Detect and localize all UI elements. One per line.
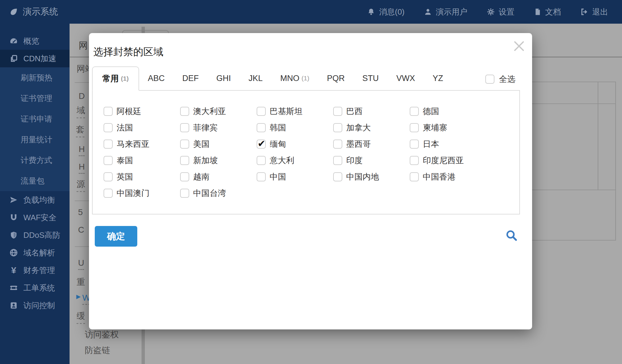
checkbox-unchecked[interactable]: [104, 189, 113, 198]
select-all-checkbox[interactable]: 全选: [485, 74, 515, 85]
bg-menu-item-缓[interactable]: 缓: [77, 310, 85, 324]
region-checkbox-意大利[interactable]: 意大利: [257, 155, 333, 166]
bg-menu-item-U[interactable]: U: [78, 258, 84, 270]
checkbox-unchecked[interactable]: [333, 140, 342, 149]
bg-menu-item-防盗链[interactable]: 防盗链: [85, 345, 110, 356]
bg-menu-item-H[interactable]: H: [79, 162, 85, 174]
checkbox-unchecked[interactable]: [410, 156, 419, 165]
region-checkbox-日本[interactable]: 日本: [410, 139, 486, 150]
sidebar-subitem-流量包[interactable]: 流量包: [0, 170, 70, 191]
bg-menu-item-H[interactable]: H: [79, 144, 85, 156]
sidebar-item-负载均衡[interactable]: 负载均衡: [0, 191, 70, 209]
nav-item-document[interactable]: 文档: [534, 7, 561, 17]
checkbox-unchecked[interactable]: [180, 140, 189, 149]
checkbox-unchecked[interactable]: [333, 123, 342, 132]
checkbox-unchecked[interactable]: [180, 172, 189, 181]
sidebar-subitem-计费方式[interactable]: 计费方式: [0, 150, 70, 170]
sidebar-subitem-用量统计[interactable]: 用量统计: [0, 129, 70, 150]
bg-menu-item-域[interactable]: 域: [77, 105, 85, 118]
bg-menu-item-5[interactable]: 5: [78, 207, 83, 217]
tab-PQR[interactable]: PQR: [318, 66, 354, 90]
region-checkbox-韩国[interactable]: 韩国: [257, 122, 333, 133]
checkbox-checked[interactable]: ✔: [257, 140, 266, 149]
tab-MNO[interactable]: MNO(1): [272, 66, 318, 90]
region-checkbox-中国内地[interactable]: 中国内地: [333, 171, 410, 182]
region-checkbox-泰国[interactable]: 泰国: [104, 155, 180, 166]
tab-STU[interactable]: STU: [354, 66, 388, 90]
checkbox-unchecked[interactable]: [180, 156, 189, 165]
region-checkbox-美国[interactable]: 美国: [180, 139, 257, 150]
checkbox-unchecked[interactable]: [104, 156, 113, 165]
tab-DEF[interactable]: DEF: [173, 66, 207, 90]
tab-VWX[interactable]: VWX: [388, 66, 424, 90]
region-checkbox-菲律宾[interactable]: 菲律宾: [180, 122, 257, 133]
checkbox-unchecked[interactable]: [410, 107, 419, 116]
checkbox-unchecked[interactable]: [104, 140, 113, 149]
region-checkbox-印度尼西亚[interactable]: 印度尼西亚: [410, 155, 486, 166]
sidebar-item-DDoS高防[interactable]: DDoS高防: [0, 226, 70, 244]
sidebar-subitem-证书申请[interactable]: 证书申请: [0, 109, 70, 129]
sidebar-item-工单系统[interactable]: 工单系统: [0, 279, 70, 297]
sidebar-item-WAF安全[interactable]: WAF安全: [0, 209, 70, 226]
sidebar-item-CDN加速[interactable]: CDN加速: [0, 50, 70, 67]
tab-JKL[interactable]: JKL: [240, 66, 272, 90]
sidebar-item-访问控制[interactable]: 访问控制: [0, 297, 70, 314]
search-button[interactable]: [505, 229, 519, 243]
sidebar-subitem-刷新预热[interactable]: 刷新预热: [0, 67, 70, 88]
checkbox-unchecked[interactable]: [104, 107, 113, 116]
nav-item-gear[interactable]: 设置: [487, 7, 514, 17]
region-checkbox-澳大利亚[interactable]: 澳大利亚: [180, 106, 257, 117]
checkbox-unchecked[interactable]: [257, 156, 266, 165]
checkbox-unchecked[interactable]: [333, 156, 342, 165]
sidebar-item-概览[interactable]: 概览: [0, 32, 70, 50]
nav-item-bell[interactable]: 消息(0): [367, 7, 405, 17]
sidebar-item-域名解析[interactable]: 域名解析: [0, 244, 70, 261]
checkbox-unchecked[interactable]: [104, 172, 113, 181]
region-checkbox-中国澳门[interactable]: 中国澳门: [104, 188, 180, 199]
bg-menu-item-C[interactable]: C: [78, 225, 84, 235]
region-checkbox-加拿大[interactable]: 加拿大: [333, 122, 410, 133]
region-checkbox-印度[interactable]: 印度: [333, 155, 410, 166]
checkbox-unchecked[interactable]: [410, 172, 419, 181]
checkbox-unchecked[interactable]: [257, 107, 266, 116]
region-checkbox-中国[interactable]: 中国: [257, 171, 333, 182]
region-checkbox-越南[interactable]: 越南: [180, 171, 257, 182]
checkbox-unchecked[interactable]: [180, 107, 189, 116]
checkbox-unchecked[interactable]: [180, 189, 189, 198]
bg-menu-item-D[interactable]: D: [79, 91, 85, 101]
region-checkbox-阿根廷[interactable]: 阿根廷: [104, 106, 180, 117]
nav-item-user[interactable]: 演示用户: [424, 7, 467, 17]
tab-GHI[interactable]: GHI: [207, 66, 240, 90]
region-checkbox-柬埔寨[interactable]: 柬埔寨: [410, 122, 486, 133]
bg-menu-item-访问鉴权[interactable]: 访问鉴权: [85, 329, 119, 340]
nav-item-logout[interactable]: 退出: [580, 7, 608, 17]
region-checkbox-巴西[interactable]: 巴西: [333, 106, 410, 117]
checkbox-unchecked[interactable]: [410, 123, 419, 132]
modal-close-button[interactable]: [511, 39, 527, 54]
bg-menu-item-重[interactable]: 重: [77, 276, 85, 288]
region-checkbox-缅甸[interactable]: ✔缅甸: [257, 139, 333, 150]
region-checkbox-英国[interactable]: 英国: [104, 171, 180, 182]
app-brand[interactable]: 演示系统: [9, 6, 58, 18]
region-checkbox-马来西亚[interactable]: 马来西亚: [104, 139, 180, 150]
sidebar-item-财务管理[interactable]: ¥财务管理: [0, 261, 70, 279]
checkbox-unchecked[interactable]: [333, 172, 342, 181]
checkbox-unchecked[interactable]: [104, 123, 113, 132]
region-checkbox-法国[interactable]: 法国: [104, 122, 180, 133]
checkbox-unchecked[interactable]: [410, 140, 419, 149]
bg-menu-item-套[interactable]: 套: [76, 124, 84, 137]
region-checkbox-中国台湾[interactable]: 中国台湾: [180, 188, 257, 199]
region-checkbox-墨西哥[interactable]: 墨西哥: [333, 139, 410, 150]
tab-ABC[interactable]: ABC: [139, 66, 174, 90]
region-checkbox-中国香港[interactable]: 中国香港: [410, 171, 486, 182]
sidebar-subitem-证书管理[interactable]: 证书管理: [0, 88, 70, 109]
bg-menu-item-源[interactable]: 源: [77, 178, 85, 192]
region-checkbox-德国[interactable]: 德国: [410, 106, 486, 117]
confirm-button[interactable]: 确定: [95, 226, 137, 247]
checkbox-unchecked[interactable]: [180, 123, 189, 132]
select-all-box[interactable]: [485, 75, 494, 84]
region-checkbox-新加坡[interactable]: 新加坡: [180, 155, 257, 166]
checkbox-unchecked[interactable]: [333, 107, 342, 116]
checkbox-unchecked[interactable]: [257, 172, 266, 181]
checkbox-unchecked[interactable]: [257, 123, 266, 132]
